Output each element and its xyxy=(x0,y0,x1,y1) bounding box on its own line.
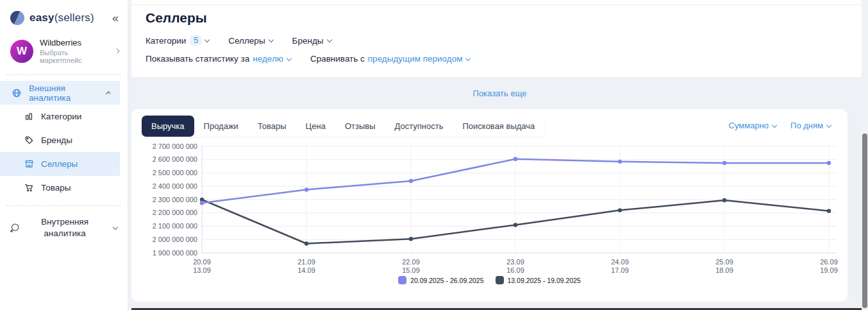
mode-label: Суммарно xyxy=(729,121,769,130)
stat-period-value: неделю xyxy=(253,54,283,64)
sidebar-item-internal-analytics[interactable]: Внутренняя аналитика xyxy=(0,209,128,247)
tab-revenue[interactable]: Выручка xyxy=(142,116,194,137)
filter-count-badge: 5 xyxy=(190,35,201,46)
vertical-scrollbar xyxy=(862,0,868,310)
svg-text:1 900 000 000: 1 900 000 000 xyxy=(153,249,197,257)
sidebar-item-label: Внешняя аналитика xyxy=(29,83,99,103)
svg-text:23.09: 23.09 xyxy=(506,258,524,266)
svg-text:2 300 000 000: 2 300 000 000 xyxy=(153,196,197,203)
tab-products[interactable]: Товары xyxy=(248,116,296,137)
sidebar-item-label: Категории xyxy=(41,112,81,121)
brand-secondary: (sellers) xyxy=(54,12,94,24)
page-header: Селлеры Категории 5 Селлеры Бренды Показ… xyxy=(131,0,868,77)
svg-text:25.09: 25.09 xyxy=(715,258,733,266)
page-title: Селлеры xyxy=(146,10,207,26)
filter-label: Селлеры xyxy=(228,36,265,46)
svg-text:2 400 000 000: 2 400 000 000 xyxy=(153,182,197,190)
chevron-down-icon xyxy=(326,37,331,42)
revenue-line-chart: 1 900 000 0002 000 000 0002 100 000 0002… xyxy=(137,139,842,276)
svg-text:13.09: 13.09 xyxy=(193,266,211,274)
marketplace-subtitle: Выбрать маркетплейс xyxy=(40,49,105,64)
tab-availability[interactable]: Доступность xyxy=(385,116,453,137)
logo-row: easy(sellers) « xyxy=(0,0,128,33)
bar-chart-icon xyxy=(24,112,34,121)
sidebar-item-external-analytics[interactable]: Внешняя аналитика xyxy=(0,81,120,105)
chevron-down-icon xyxy=(113,225,118,230)
period-row: Показывать статистику за неделю Сравнива… xyxy=(146,54,470,64)
compare-select[interactable]: Сравнивать с предыдущим периодом xyxy=(310,54,471,64)
svg-text:19.09: 19.09 xyxy=(820,266,838,274)
marketplace-avatar: W xyxy=(10,40,33,63)
divider xyxy=(6,74,121,75)
chevron-up-icon xyxy=(105,90,110,96)
sidebar-item-label: Бренды xyxy=(41,135,72,145)
legend-swatch-current xyxy=(398,276,406,284)
brand-name: easy(sellers) xyxy=(29,12,94,24)
svg-text:2 600 000 000: 2 600 000 000 xyxy=(153,155,197,163)
tab-search-results[interactable]: Поисковая выдача xyxy=(453,116,544,137)
mode-label: По дням xyxy=(790,121,823,130)
brand-logo-icon xyxy=(10,11,24,25)
svg-text:17.09: 17.09 xyxy=(611,266,629,274)
svg-text:2 000 000 000: 2 000 000 000 xyxy=(153,236,197,243)
tab-sales[interactable]: Продажи xyxy=(194,116,248,137)
svg-text:24.09: 24.09 xyxy=(611,258,629,266)
filter-categories[interactable]: Категории 5 xyxy=(146,35,209,46)
svg-text:21.09: 21.09 xyxy=(297,258,315,266)
sidebar-item-label: Внутренняя аналитика xyxy=(20,216,110,239)
chevron-right-icon xyxy=(114,47,119,53)
filters-row: Категории 5 Селлеры Бренды xyxy=(146,35,331,46)
chevron-down-icon xyxy=(772,122,777,127)
legend-swatch-previous xyxy=(496,276,504,284)
stat-period-prefix: Показывать статистику за xyxy=(146,54,249,64)
chart-card: Выручка Продажи Товары Цена Отзывы Досту… xyxy=(131,109,847,302)
divider xyxy=(131,4,868,5)
scrollbar-thumb[interactable] xyxy=(862,133,867,308)
sidebar-item-label: Селлеры xyxy=(41,159,78,169)
divider xyxy=(6,205,121,206)
svg-text:2 700 000 000: 2 700 000 000 xyxy=(153,142,197,150)
compare-value: предыдущим периодом xyxy=(368,54,463,64)
svg-text:15.09: 15.09 xyxy=(402,266,420,274)
globe-arrow-icon xyxy=(9,223,20,234)
sidebar-item-sellers[interactable]: Селлеры xyxy=(0,152,120,176)
chevron-down-icon xyxy=(287,55,292,60)
chart-mode-controls: Суммарно По дням xyxy=(729,121,831,130)
marketplace-selector[interactable]: W Wildberries Выбрать маркетплейс xyxy=(0,33,128,72)
chevron-down-icon xyxy=(204,37,210,42)
legend-item-current-period[interactable]: 20.09.2025 - 26.09.2025 xyxy=(398,276,483,284)
mode-summary-select[interactable]: Суммарно xyxy=(729,121,777,130)
sidebar-item-brands[interactable]: Бренды xyxy=(0,128,120,152)
filter-brands[interactable]: Бренды xyxy=(292,36,331,46)
svg-text:22.09: 22.09 xyxy=(402,258,420,266)
chart-legend: 20.09.2025 - 26.09.2025 13.09.2025 - 19.… xyxy=(131,276,847,284)
tab-reviews[interactable]: Отзывы xyxy=(335,116,385,137)
metric-tabs: Выручка Продажи Товары Цена Отзывы Досту… xyxy=(142,116,544,137)
legend-label: 13.09.2025 - 19.09.2025 xyxy=(508,277,581,284)
svg-text:18.09: 18.09 xyxy=(715,266,733,274)
mode-by-days-select[interactable]: По дням xyxy=(790,121,831,130)
brand-primary: easy xyxy=(29,12,54,24)
svg-text:2 500 000 000: 2 500 000 000 xyxy=(153,169,197,177)
chevron-down-icon xyxy=(465,55,471,60)
sidebar-item-products[interactable]: Товары xyxy=(0,176,120,200)
sidebar-item-label: Товары xyxy=(41,183,71,193)
tag-icon xyxy=(24,135,34,145)
filter-sellers[interactable]: Селлеры xyxy=(228,36,272,46)
show-more-link[interactable]: Показать еще xyxy=(131,89,868,98)
globe-icon xyxy=(12,88,22,98)
legend-label: 20.09.2025 - 26.09.2025 xyxy=(410,277,483,284)
legend-item-previous-period[interactable]: 13.09.2025 - 19.09.2025 xyxy=(496,276,581,284)
filter-label: Категории xyxy=(146,36,186,46)
sidebar-item-categories[interactable]: Категории xyxy=(0,105,120,128)
marketplace-info: Wildberries Выбрать маркетплейс xyxy=(40,38,105,64)
sidebar-nav: Внешняя аналитика Категории Бренды Селле… xyxy=(0,78,128,203)
marketplace-name: Wildberries xyxy=(40,38,105,47)
tab-price[interactable]: Цена xyxy=(296,116,335,137)
svg-text:16.09: 16.09 xyxy=(506,266,524,274)
storefront-icon xyxy=(24,159,34,169)
chevron-down-icon xyxy=(826,122,831,127)
compare-prefix: Сравнивать с xyxy=(310,54,365,64)
sidebar-collapse-button[interactable]: « xyxy=(112,12,119,24)
stat-period-select[interactable]: Показывать статистику за неделю xyxy=(146,54,291,64)
